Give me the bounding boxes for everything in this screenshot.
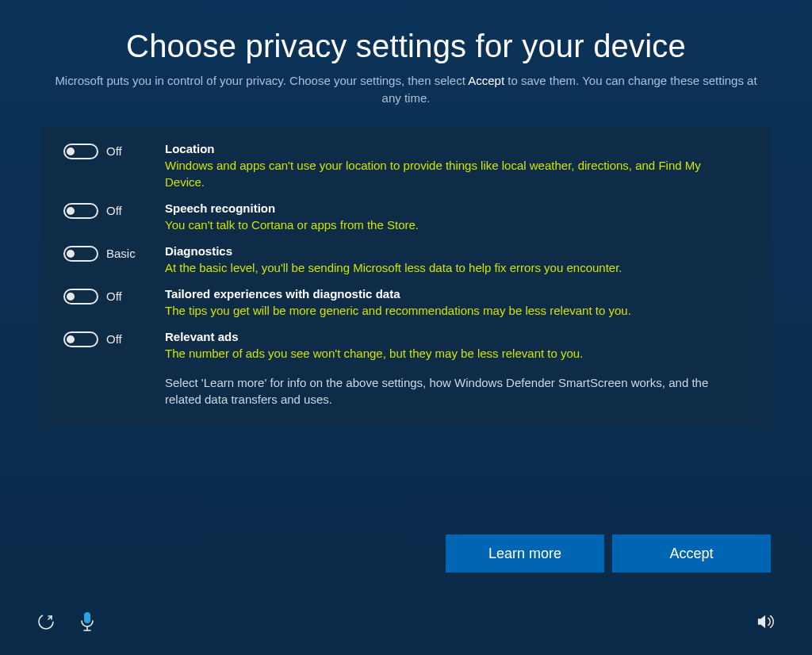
footer-note-row: Select 'Learn more' for info on the abov… <box>63 374 739 408</box>
toggle-diagnostics[interactable] <box>63 246 98 262</box>
setting-title-tailored: Tailored experiences with diagnostic dat… <box>165 287 739 301</box>
setting-title-speech: Speech recognition <box>165 201 739 215</box>
setting-desc-diagnostics: At the basic level, you'll be sending Mi… <box>165 259 739 276</box>
toggle-col: Off <box>63 287 165 305</box>
ease-of-access-icon[interactable] <box>36 612 56 631</box>
volume-icon[interactable] <box>756 612 776 631</box>
toggle-col: Basic <box>63 244 165 262</box>
setting-desc-speech: You can't talk to Cortana or apps from t… <box>165 216 739 233</box>
toggle-col: Off <box>63 201 165 219</box>
toggle-label-diagnostics: Basic <box>106 247 136 260</box>
setting-body: Diagnostics At the basic level, you'll b… <box>165 244 739 276</box>
svg-rect-1 <box>84 612 90 623</box>
toggle-tailored[interactable] <box>63 289 98 305</box>
subtitle-pre: Microsoft puts you in control of your pr… <box>55 74 468 87</box>
button-row: Learn more Accept <box>446 534 771 573</box>
page-subtitle: Microsoft puts you in control of your pr… <box>48 72 764 107</box>
setting-body: Relevant ads The number of ads you see w… <box>165 330 739 362</box>
microphone-icon[interactable] <box>78 612 97 631</box>
page-title: Choose privacy settings for your device <box>48 29 764 64</box>
subtitle-accept-word: Accept <box>468 74 504 87</box>
setting-title-ads: Relevant ads <box>165 330 739 343</box>
toggle-label-tailored: Off <box>106 289 122 303</box>
setting-speech: Off Speech recognition You can't talk to… <box>63 201 739 233</box>
toggle-ads[interactable] <box>63 331 98 347</box>
toggle-col: Off <box>63 330 165 347</box>
toggle-col: Off <box>63 142 165 159</box>
setting-desc-tailored: The tips you get will be more generic an… <box>165 302 739 319</box>
learn-more-button[interactable]: Learn more <box>446 534 604 573</box>
setting-tailored: Off Tailored experiences with diagnostic… <box>63 287 739 319</box>
setting-body: Speech recognition You can't talk to Cor… <box>165 201 739 233</box>
toggle-label-location: Off <box>106 144 122 158</box>
toggle-location[interactable] <box>63 144 98 159</box>
setting-title-diagnostics: Diagnostics <box>165 244 739 258</box>
footer-note: Select 'Learn more' for info on the abov… <box>165 374 739 408</box>
setting-location: Off Location Windows and apps can't use … <box>63 142 739 190</box>
setting-diagnostics: Basic Diagnostics At the basic level, yo… <box>63 244 739 276</box>
header: Choose privacy settings for your device … <box>0 0 812 120</box>
toggle-label-ads: Off <box>106 332 122 346</box>
setting-body: Location Windows and apps can't use your… <box>165 142 739 190</box>
setting-title-location: Location <box>165 142 739 155</box>
privacy-settings-window: Choose privacy settings for your device … <box>0 0 812 655</box>
setting-desc-ads: The number of ads you see won't change, … <box>165 345 739 362</box>
setting-desc-location: Windows and apps can't use your location… <box>165 157 739 190</box>
settings-panel: Off Location Windows and apps can't use … <box>41 126 771 427</box>
setting-ads: Off Relevant ads The number of ads you s… <box>63 330 739 362</box>
accept-button[interactable]: Accept <box>612 534 771 573</box>
setting-body: Tailored experiences with diagnostic dat… <box>165 287 739 319</box>
toggle-label-speech: Off <box>106 204 122 217</box>
bottom-bar <box>36 612 776 631</box>
toggle-speech[interactable] <box>63 203 98 219</box>
